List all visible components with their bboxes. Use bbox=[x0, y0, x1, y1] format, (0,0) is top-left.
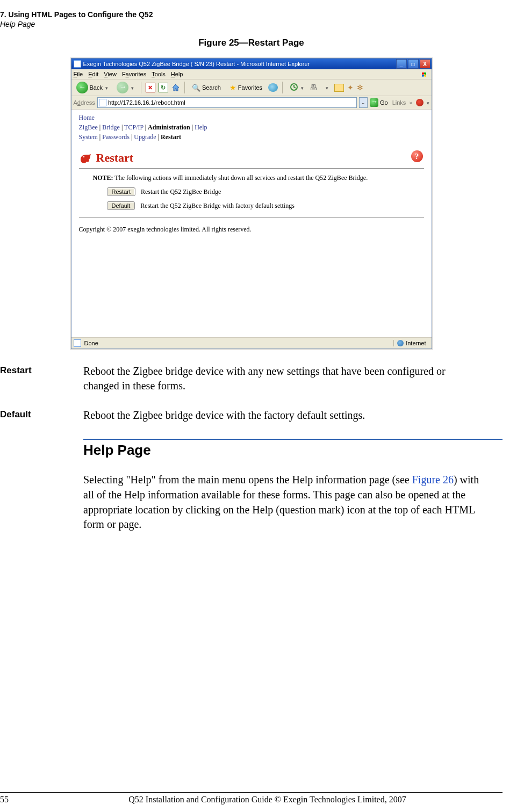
extension-button-2[interactable] bbox=[357, 83, 363, 92]
page-icon bbox=[99, 99, 106, 106]
links-chevron-icon[interactable] bbox=[408, 99, 413, 106]
back-icon bbox=[76, 82, 88, 93]
extension-button-1[interactable] bbox=[347, 83, 354, 92]
page-header: 7. Using HTML Pages to Configure the Q52… bbox=[0, 10, 503, 29]
mail-dropdown-icon[interactable] bbox=[325, 84, 328, 91]
footer-text: Q52 Installation and Configuration Guide… bbox=[32, 795, 503, 804]
minimize-button[interactable]: _ bbox=[396, 59, 407, 69]
go-icon bbox=[370, 98, 378, 107]
favorites-button[interactable]: Favorites bbox=[227, 82, 265, 93]
snagit-icon[interactable] bbox=[416, 99, 423, 106]
menu-favorites[interactable]: Favorites bbox=[122, 71, 146, 77]
nav-system-link[interactable]: System bbox=[79, 133, 98, 141]
maximize-button[interactable]: □ bbox=[408, 59, 419, 69]
history-dropdown-icon[interactable] bbox=[300, 84, 304, 91]
search-icon bbox=[192, 84, 200, 92]
status-done: Done bbox=[84, 340, 98, 346]
desc-restart: Reboot the Zigbee bridge device with any… bbox=[83, 364, 503, 393]
links-label[interactable]: Links bbox=[392, 99, 406, 106]
page-content: Home ZigBee | Bridge | TCP/IP | Administ… bbox=[71, 110, 432, 337]
favorites-label: Favorites bbox=[238, 84, 262, 91]
status-zone-label: Internet bbox=[406, 340, 426, 346]
toolbar: Back ✕ ↻ Search Favorites bbox=[71, 79, 432, 96]
window-titlebar[interactable]: Exegin Technologies Q52 ZigBee Bridge ( … bbox=[71, 59, 432, 69]
toolbar-separator bbox=[184, 82, 185, 93]
history-icon bbox=[290, 83, 298, 92]
nav-tcpip-link[interactable]: TCP/IP bbox=[124, 124, 143, 131]
home-button[interactable] bbox=[171, 83, 180, 92]
toolbar-separator bbox=[282, 82, 283, 93]
close-button[interactable]: X bbox=[420, 59, 430, 69]
url-text: http://172.16.16.1/reboot.html bbox=[108, 99, 185, 106]
nav-zigbee-link[interactable]: ZigBee bbox=[79, 124, 98, 131]
figure-26-link[interactable]: Figure 26 bbox=[412, 474, 454, 485]
term-default: Default bbox=[0, 408, 83, 423]
menu-help[interactable]: Help bbox=[171, 71, 183, 77]
default-description: Restart the Q52 ZigBee Bridge with facto… bbox=[140, 202, 295, 210]
status-bar: Done Internet bbox=[71, 337, 432, 349]
figure-caption: Figure 25—Restart Page bbox=[0, 38, 503, 48]
note-text: NOTE: The following actions will immedia… bbox=[93, 174, 424, 182]
nav-admin-current: Administration bbox=[148, 124, 190, 131]
go-label: Go bbox=[380, 99, 388, 106]
mail-button[interactable] bbox=[320, 83, 331, 92]
refresh-button[interactable]: ↻ bbox=[159, 83, 168, 92]
search-label: Search bbox=[202, 84, 221, 91]
go-button[interactable]: Go bbox=[370, 98, 388, 107]
section-title: Help Page bbox=[83, 442, 503, 459]
page-title: Restart bbox=[96, 151, 134, 165]
toolbar-separator bbox=[141, 82, 141, 93]
search-button[interactable]: Search bbox=[189, 82, 224, 93]
menu-edit[interactable]: Edit bbox=[88, 71, 98, 77]
page-number: 55 bbox=[0, 795, 32, 804]
forward-button[interactable] bbox=[114, 80, 137, 95]
page-icon bbox=[74, 339, 81, 347]
header-section: Help Page bbox=[0, 19, 503, 29]
history-button[interactable] bbox=[287, 81, 306, 94]
menu-bar: File Edit View Favorites Tools Help bbox=[71, 69, 432, 79]
menu-view[interactable]: View bbox=[104, 71, 117, 77]
help-icon[interactable]: ? bbox=[411, 150, 423, 162]
star-icon bbox=[229, 83, 236, 92]
status-zone: Internet bbox=[393, 340, 429, 346]
address-input[interactable]: http://172.16.16.1/reboot.html bbox=[97, 97, 357, 108]
nav-home-link[interactable]: Home bbox=[79, 114, 95, 121]
stop-button[interactable]: ✕ bbox=[146, 83, 155, 92]
forward-dropdown-icon[interactable] bbox=[130, 84, 134, 91]
restart-button[interactable]: Restart bbox=[107, 187, 135, 196]
snagit-dropdown-icon[interactable] bbox=[426, 99, 429, 106]
default-button[interactable]: Default bbox=[107, 201, 135, 210]
menu-tools[interactable]: Tools bbox=[152, 71, 166, 77]
nav-help-link[interactable]: Help bbox=[195, 124, 207, 131]
address-dropdown[interactable]: ⌄ bbox=[359, 97, 368, 108]
divider bbox=[79, 168, 424, 169]
nav-passwords-link[interactable]: Passwords bbox=[102, 133, 130, 141]
divider bbox=[79, 218, 424, 218]
term-restart: Restart bbox=[0, 364, 83, 393]
svg-point-2 bbox=[83, 156, 84, 157]
media-button[interactable] bbox=[268, 83, 278, 92]
folder-button[interactable] bbox=[334, 84, 344, 92]
print-button[interactable] bbox=[310, 83, 317, 92]
note-label: NOTE: bbox=[93, 174, 113, 182]
screenshot-ie-window: Exegin Technologies Q52 ZigBee Bridge ( … bbox=[71, 58, 432, 349]
restart-description: Restart the Q52 ZigBee Bridge bbox=[141, 188, 221, 196]
back-button[interactable]: Back bbox=[74, 80, 111, 95]
note-body: The following actions will immediately s… bbox=[113, 174, 368, 182]
menu-file[interactable]: File bbox=[74, 71, 83, 77]
internet-zone-icon bbox=[397, 340, 404, 346]
nav-upgrade-link[interactable]: Upgrade bbox=[134, 133, 156, 141]
window-title: Exegin Technologies Q52 ZigBee Bridge ( … bbox=[83, 61, 396, 67]
back-label: Back bbox=[90, 84, 103, 91]
page-icon bbox=[74, 60, 81, 68]
forward-icon bbox=[117, 82, 128, 93]
copyright-text: Copyright © 2007 exegin technologies lim… bbox=[79, 226, 424, 234]
back-dropdown-icon[interactable] bbox=[104, 84, 108, 91]
nav-restart-current: Restart bbox=[161, 133, 181, 141]
paragraph-pre: Selecting "Help" from the main menu open… bbox=[83, 474, 412, 485]
desc-default: Reboot the Zigbee bridge device with the… bbox=[83, 408, 503, 423]
nav-bridge-link[interactable]: Bridge bbox=[102, 124, 120, 131]
dragon-icon bbox=[79, 152, 93, 164]
help-paragraph: Selecting "Help" from the main menu open… bbox=[83, 473, 481, 532]
page-footer: 55 Q52 Installation and Configuration Gu… bbox=[0, 792, 503, 804]
